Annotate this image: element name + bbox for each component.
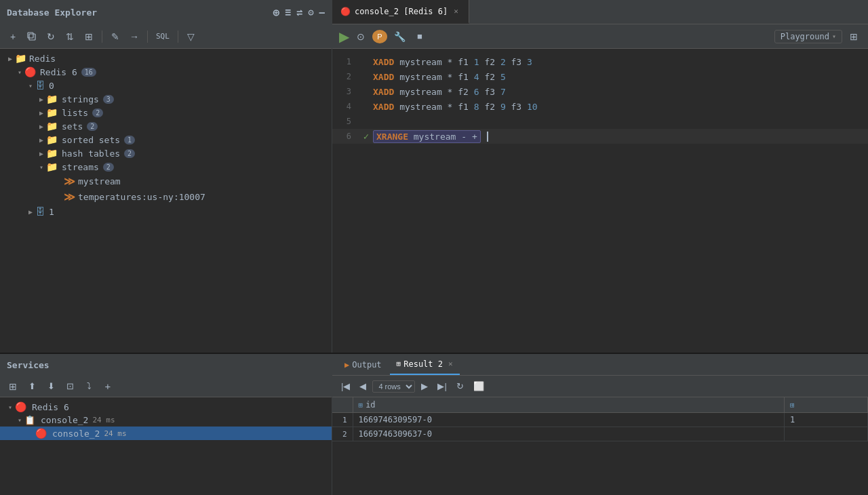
move-button[interactable]: → xyxy=(127,29,142,44)
line-num-1: 1 xyxy=(332,57,359,66)
streams-arrow: ▾ xyxy=(37,163,46,171)
code-line-5: 5 xyxy=(332,114,868,129)
services-redis6-arrow: ▾ xyxy=(5,403,15,411)
redis6-item[interactable]: ▾ 🔴 Redis 6 16 xyxy=(0,65,332,79)
minimize-icon[interactable]: — xyxy=(319,7,325,18)
result-toolbar: |◀ ◀ 4 rows ▶ ▶| ↻ ⬜ xyxy=(332,376,868,397)
sort-connections-icon[interactable]: ⇌ xyxy=(296,6,302,18)
db1-item[interactable]: ▶ 🗄 1 xyxy=(0,205,332,218)
output-tab-icon: ▶ xyxy=(344,360,349,370)
lists-arrow: ▶ xyxy=(37,109,46,117)
streams-icon: 📁 xyxy=(46,161,58,172)
hash-tables-count: 2 xyxy=(124,149,135,158)
services-expand-btn[interactable]: ⬇ xyxy=(43,379,58,394)
sorted-sets-item[interactable]: ▶ 📁 sorted sets 1 xyxy=(0,133,332,146)
refresh-button[interactable]: ↻ xyxy=(43,29,58,44)
services-console2-icon: 🔴 xyxy=(35,428,47,439)
playground-dropdown[interactable]: Playground ▾ xyxy=(774,30,842,43)
line-num-5: 5 xyxy=(332,117,359,126)
services-header: Services xyxy=(0,354,332,376)
lists-item[interactable]: ▶ 📁 lists 2 xyxy=(0,106,332,119)
row-1-id: 1669746309597-0 xyxy=(353,413,784,427)
db0-item[interactable]: ▾ 🗄 0 xyxy=(0,79,332,92)
line-num-2: 2 xyxy=(332,72,359,81)
settings-icon[interactable]: ⚙ xyxy=(308,7,313,18)
sql-button[interactable]: SQL xyxy=(153,29,172,44)
filter-button[interactable]: ▽ xyxy=(184,29,199,44)
redis6-icon: 🔴 xyxy=(24,66,36,77)
next-page-button[interactable]: ▶ xyxy=(418,380,431,393)
result-tab-bar: ▶ Output ⊞ Result 2 ✕ xyxy=(332,354,868,376)
services-redis6-label: Redis 6 xyxy=(32,402,69,412)
editor-content[interactable]: 1 XADD mystream * f1 1 f2 2 f3 3 2 xyxy=(332,49,868,353)
strings-count: 3 xyxy=(103,95,114,104)
services-console2-label: console_2 xyxy=(52,429,100,439)
database-explorer-title: Database Explorer xyxy=(7,7,97,18)
services-grid-btn[interactable]: ⊡ xyxy=(62,379,77,394)
redis-root-item[interactable]: ▶ 📁 Redis xyxy=(0,52,332,65)
refresh-results-button[interactable]: ↻ xyxy=(453,380,467,393)
sorted-sets-count: 1 xyxy=(124,136,135,144)
result2-tab[interactable]: ⊞ Result 2 ✕ xyxy=(390,354,460,375)
database-explorer-header: Database Explorer ⊕ ≡ ⇌ ⚙ — xyxy=(0,0,332,24)
svg-rect-1 xyxy=(28,33,33,38)
collapse-all-icon[interactable]: ≡ xyxy=(285,6,291,18)
new-connection-icon[interactable]: ⊕ xyxy=(273,6,279,19)
history-button[interactable]: ⊙ xyxy=(353,29,368,44)
line-num-4: 4 xyxy=(332,102,359,111)
stop-button[interactable]: ■ xyxy=(412,29,427,44)
grid-view-button[interactable]: ⊞ xyxy=(846,29,861,44)
sets-icon: 📁 xyxy=(46,121,58,132)
db1-label: 1 xyxy=(49,207,54,217)
console2-tab[interactable]: 🔴 console_2 [Redis 6] ✕ xyxy=(332,0,469,24)
code-line-4: 4 XADD mystream * f1 8 f2 9 f3 10 xyxy=(332,99,868,114)
code-line-2: 2 XADD mystream * f1 4 f2 5 xyxy=(332,69,868,84)
hash-tables-arrow: ▶ xyxy=(37,150,46,157)
tools-button[interactable]: 🔧 xyxy=(391,29,408,44)
services-connections-btn[interactable]: ⊞ xyxy=(5,379,20,394)
services-add-btn[interactable]: + xyxy=(100,379,115,394)
output-tab-label: Output xyxy=(352,360,381,370)
services-console2-parent-label: console_2 xyxy=(41,415,88,425)
id-header-label: id xyxy=(366,400,375,410)
services-console2-parent-item[interactable]: ▾ 📋 console_2 24 ms xyxy=(0,414,332,427)
export-button[interactable]: ⬜ xyxy=(470,380,488,393)
edit-button[interactable]: ✎ xyxy=(108,29,123,44)
filter-tree-button[interactable]: ⇅ xyxy=(62,29,77,44)
run-button[interactable]: ▶ xyxy=(339,28,349,45)
tab-close-button[interactable]: ✕ xyxy=(452,6,460,16)
db1-arrow: ▶ xyxy=(26,208,35,216)
code-line-1: 1 XADD mystream * f1 1 f2 2 f3 3 xyxy=(332,54,868,69)
tab-redis-icon: 🔴 xyxy=(340,7,351,16)
services-collapse-btn[interactable]: ⬆ xyxy=(24,379,39,394)
id-column-header[interactable]: ⊞ id xyxy=(353,397,784,413)
hash-tables-item[interactable]: ▶ 📁 hash tables 2 xyxy=(0,146,332,160)
mystream-item[interactable]: ≫ mystream xyxy=(0,174,332,189)
code-text-4: XADD mystream * f1 8 f2 9 f3 10 xyxy=(373,102,868,112)
rows-selector[interactable]: 4 rows xyxy=(372,380,415,393)
col2-column-header[interactable]: ⊞ xyxy=(784,397,867,413)
services-console2-item[interactable]: 🔴 console_2 24 ms xyxy=(0,427,332,440)
copy-button[interactable] xyxy=(24,29,39,44)
streams-label: streams xyxy=(62,162,99,172)
toolbar-sep-2 xyxy=(147,31,148,43)
strings-item[interactable]: ▶ 📁 strings 3 xyxy=(0,92,332,106)
services-import-btn[interactable]: ⤵ xyxy=(81,379,96,394)
last-page-button[interactable]: ▶| xyxy=(434,380,450,393)
first-page-button[interactable]: |◀ xyxy=(338,380,353,393)
redis6-arrow: ▾ xyxy=(15,68,24,76)
schema-button[interactable]: ⊞ xyxy=(81,29,96,44)
add-button[interactable]: + xyxy=(5,29,20,44)
services-redis6-item[interactable]: ▾ 🔴 Redis 6 xyxy=(0,400,332,414)
output-tab[interactable]: ▶ Output xyxy=(338,354,389,375)
temperatures-item[interactable]: ≫ temperatures:us-ny:10007 xyxy=(0,189,332,205)
streams-item[interactable]: ▾ 📁 streams 2 xyxy=(0,160,332,174)
folder-icon: 📁 xyxy=(15,53,26,64)
profile-button[interactable]: P xyxy=(372,30,387,43)
code-text-2: XADD mystream * f1 4 f2 5 xyxy=(373,72,868,82)
prev-page-button[interactable]: ◀ xyxy=(356,380,370,393)
result2-tab-close[interactable]: ✕ xyxy=(448,359,453,368)
sets-item[interactable]: ▶ 📁 sets 2 xyxy=(0,119,332,133)
line-num-6: 6 xyxy=(332,132,359,141)
hash-tables-label: hash tables xyxy=(62,148,120,159)
